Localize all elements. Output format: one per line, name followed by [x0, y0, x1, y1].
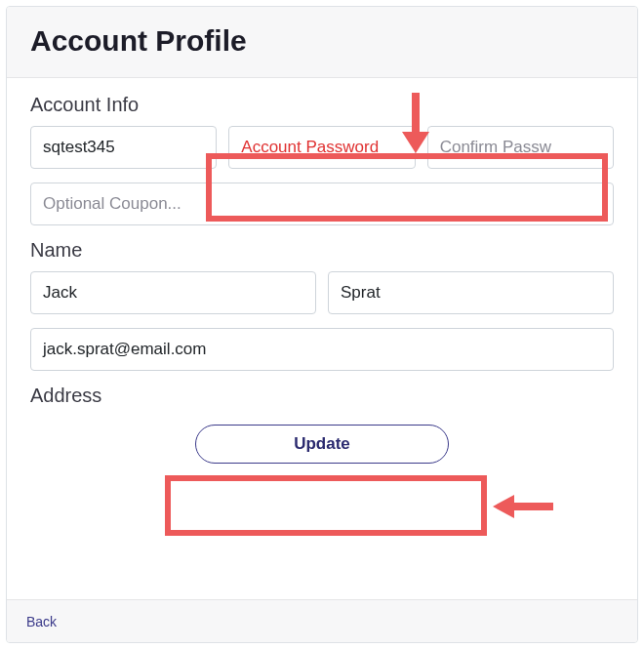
page-title: Account Profile: [30, 24, 614, 58]
annotation-arrow-left-icon: [493, 489, 557, 524]
email-row: jack.sprat@email.com: [30, 328, 614, 371]
account-profile-card: Account Profile Account Info sqtest345 A…: [6, 6, 638, 643]
card-footer: Back: [7, 599, 637, 642]
card-body: Account Info sqtest345 Account Password …: [7, 78, 637, 464]
username-field[interactable]: sqtest345: [30, 126, 217, 169]
last-name-value: Sprat: [341, 283, 381, 303]
name-row: Jack Sprat: [30, 271, 614, 314]
email-value: jack.sprat@email.com: [43, 340, 206, 359]
password-placeholder: Account Password: [241, 138, 379, 157]
confirm-password-placeholder: Confirm Passw: [440, 138, 551, 157]
svg-marker-3: [493, 495, 514, 518]
last-name-field[interactable]: Sprat: [328, 271, 614, 314]
section-label-address: Address: [30, 385, 614, 407]
confirm-password-field[interactable]: Confirm Passw: [427, 126, 614, 169]
account-row: sqtest345 Account Password Confirm Passw: [30, 126, 614, 169]
annotation-box-update: [165, 475, 487, 536]
username-value: sqtest345: [43, 138, 115, 157]
first-name-field[interactable]: Jack: [30, 271, 316, 314]
password-field[interactable]: Account Password: [228, 126, 415, 169]
back-link-label: Back: [26, 614, 57, 629]
update-button-label: Update: [294, 434, 350, 453]
back-link[interactable]: Back: [26, 614, 57, 629]
update-button[interactable]: Update: [195, 425, 449, 464]
section-label-account: Account Info: [30, 94, 614, 116]
coupon-row: [30, 183, 614, 225]
email-field[interactable]: jack.sprat@email.com: [30, 328, 614, 371]
card-header: Account Profile: [7, 7, 637, 78]
coupon-input[interactable]: [30, 183, 614, 225]
first-name-value: Jack: [43, 283, 77, 303]
section-label-name: Name: [30, 239, 614, 262]
